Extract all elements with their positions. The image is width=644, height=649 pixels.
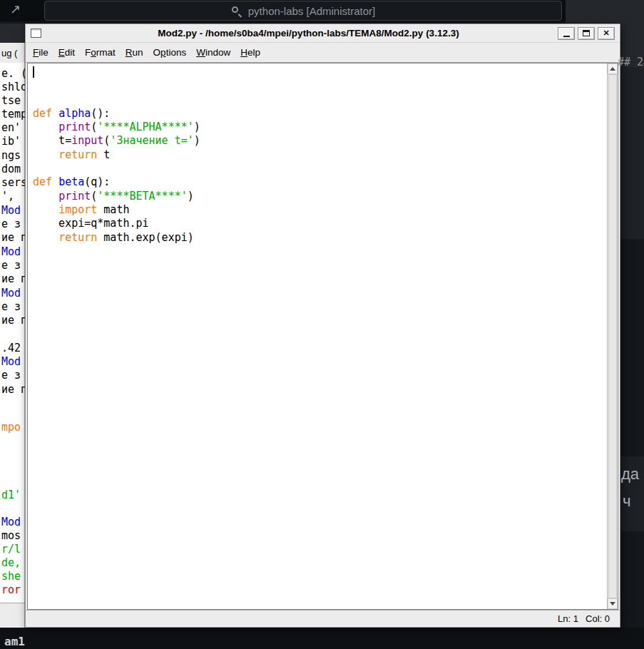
background-text-fragment: ие п [1, 232, 27, 244]
background-text-fragment: d1' [1, 489, 21, 501]
window-title: Mod2.py - /home/s0ba4/mpei/python-labs/T… [68, 28, 548, 39]
background-text-fragment: Mod [1, 287, 21, 300]
background-text-fragment: mos [1, 530, 21, 542]
up-arrow-icon [610, 67, 615, 71]
minimize-button[interactable] [558, 27, 575, 40]
background-text-fragment: dom [1, 163, 21, 175]
scroll-down-button[interactable] [608, 598, 618, 609]
background-menu-band: ug ( [0, 43, 27, 63]
menu-options[interactable]: Options [148, 46, 192, 58]
taskbar-search[interactable]: python-labs [Administrator] [44, 1, 562, 21]
background-text-fragment: en' [1, 122, 21, 134]
search-icon [231, 6, 242, 16]
maximize-button[interactable] [578, 27, 595, 40]
menu-format[interactable]: Format [80, 46, 121, 58]
code-line: return math.exp(expi) [33, 231, 607, 245]
background-text-fragment: sers [1, 177, 27, 189]
background-text-fragment: е з [1, 260, 21, 272]
background-text-fragment: да [621, 465, 639, 484]
menu-file[interactable]: File [28, 46, 53, 58]
code-line: print('****ALPHA****') [33, 121, 607, 134]
background-text-fragment: ие п [1, 384, 27, 396]
background-text-fragment: ror [1, 584, 21, 596]
window-icon [31, 29, 41, 38]
menu-edit[interactable]: Edit [53, 46, 80, 58]
background-text-fragment: ие п [1, 273, 27, 285]
menu-bar: FileEditFormatRunOptionsWindowHelp [26, 43, 620, 63]
status-bar: Ln: 1 Col: 0 [26, 610, 620, 627]
code-line: import math [33, 203, 607, 217]
background-text-fragment: ч [623, 492, 630, 511]
down-arrow-icon [610, 602, 615, 605]
background-text-fragment: shlo [1, 81, 27, 93]
background-status-band [0, 603, 27, 628]
code-line: t=input('Значение t=') [33, 134, 607, 148]
desktop: ↗ python-labs [Administrator] ug ( e. (s… [0, 0, 644, 649]
idle-editor-window: Mod2.py - /home/s0ba4/mpei/python-labs/T… [25, 24, 620, 628]
vertical-scrollbar[interactable] [607, 63, 618, 609]
code-line: print('****BETA****') [33, 190, 607, 203]
background-text-fragment: Mod [1, 246, 21, 258]
background-text-fragment: ib' [1, 136, 21, 148]
code-line: def beta(q): [33, 175, 607, 189]
close-button[interactable]: ✕ [598, 27, 615, 40]
scrollbar-track[interactable] [608, 74, 618, 598]
status-col: Col: 0 [586, 613, 610, 624]
window-controls: ✕ [558, 27, 615, 40]
menu-run[interactable]: Run [121, 46, 148, 58]
search-label: python-labs [Administrator] [248, 5, 375, 17]
arrow-icon[interactable]: ↗ [10, 1, 21, 17]
code-line [33, 162, 607, 175]
titlebar[interactable]: Mod2.py - /home/s0ba4/mpei/python-labs/T… [26, 24, 620, 43]
scroll-up-button[interactable] [608, 63, 618, 74]
code-line: def alpha(): [33, 107, 607, 121]
background-menu-fragment: ug ( [1, 48, 17, 58]
minimize-icon [563, 36, 570, 37]
background-text-fragment: Mod [1, 356, 21, 368]
text-cursor [33, 66, 34, 78]
background-text-fragment: ', [1, 190, 14, 203]
background-text-fragment: e з [1, 218, 21, 230]
code-area[interactable]: def alpha(): print('****ALPHA****') t=in… [28, 63, 607, 609]
scrollbar-thumb[interactable] [608, 74, 617, 598]
background-text-fragment: de, [1, 557, 21, 569]
editor: def alpha(): print('****ALPHA****') t=in… [27, 63, 618, 610]
status-line: Ln: 1 [558, 613, 578, 624]
background-window-region-mid-right [619, 68, 644, 239]
background-text-fragment: ие п [1, 315, 27, 327]
background-editor-fragments: e. (shlotsetempen'ib'ngsdomsers',Mode зи… [0, 63, 27, 603]
background-text-fragment: she [1, 571, 21, 583]
close-icon: ✕ [603, 29, 609, 37]
menu-window[interactable]: Window [191, 46, 235, 58]
taskbar: ↗ python-labs [Administrator] [0, 0, 644, 21]
background-region-bottom [0, 628, 644, 649]
background-text-fragment: e. ( [1, 68, 27, 80]
background-text-fragment: Mod [1, 516, 21, 528]
background-text-fragment: temp [1, 108, 27, 121]
menu-help[interactable]: Help [235, 46, 265, 58]
background-text-fragment: ngs [1, 150, 21, 162]
background-text-fragment: r/l [1, 543, 21, 556]
background-text-fragment: е з [1, 369, 21, 382]
background-text-fragment: .42 [1, 342, 21, 354]
maximize-icon [583, 30, 590, 36]
code-line: return t [33, 148, 607, 162]
background-text-fragment: ## 2 [618, 56, 643, 68]
code-line: expi=q*math.pi [33, 217, 607, 230]
background-text-fragment: Mod [1, 205, 21, 217]
background-text-fragment: tse [1, 95, 21, 107]
background-text-fragment: mpo [1, 421, 21, 434]
background-window-left-edge: ug ( e. (shlotsetempen'ib'ngsdomsers',Mo… [0, 24, 27, 628]
background-text-fragment: am1 [4, 635, 25, 648]
background-text-fragment: е з [1, 301, 21, 313]
